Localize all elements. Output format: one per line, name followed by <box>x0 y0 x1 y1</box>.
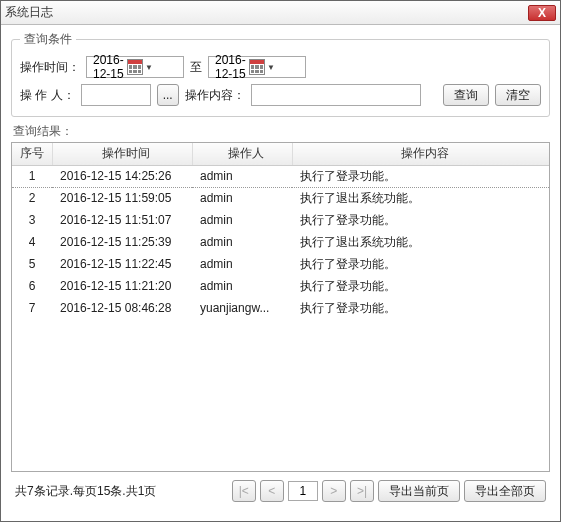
cell-seq: 7 <box>12 297 52 319</box>
cell-time: 2016-12-15 11:22:45 <box>52 253 192 275</box>
content-input[interactable] <box>251 84 421 106</box>
calendar-icon <box>127 59 143 75</box>
footer: 共7条记录.每页15条.共1页 |< < > >| 导出当前页 导出全部页 <box>11 472 550 506</box>
titlebar: 系统日志 X <box>1 1 560 25</box>
cell-oper: admin <box>192 275 292 297</box>
window-title: 系统日志 <box>5 4 528 21</box>
col-oper[interactable]: 操作人 <box>192 143 292 165</box>
col-time[interactable]: 操作时间 <box>52 143 192 165</box>
cell-oper: admin <box>192 165 292 187</box>
cell-cont: 执行了登录功能。 <box>292 165 549 187</box>
table-row[interactable]: 22016-12-15 11:59:05admin执行了退出系统功能。 <box>12 187 549 209</box>
col-cont[interactable]: 操作内容 <box>292 143 549 165</box>
close-icon: X <box>538 6 546 20</box>
last-page-button[interactable]: >| <box>350 480 374 502</box>
cell-time: 2016-12-15 11:21:20 <box>52 275 192 297</box>
cell-cont: 执行了登录功能。 <box>292 297 549 319</box>
cell-oper: admin <box>192 209 292 231</box>
date-from-value: 2016-12-15 <box>93 53 127 81</box>
cell-time: 2016-12-15 08:46:28 <box>52 297 192 319</box>
query-legend: 查询条件 <box>20 31 76 48</box>
content-label: 操作内容： <box>185 87 245 104</box>
result-table: 序号 操作时间 操作人 操作内容 12016-12-15 14:25:26adm… <box>11 142 550 472</box>
col-seq[interactable]: 序号 <box>12 143 52 165</box>
cell-seq: 3 <box>12 209 52 231</box>
to-label: 至 <box>190 59 202 76</box>
table-row[interactable]: 62016-12-15 11:21:20admin执行了登录功能。 <box>12 275 549 297</box>
table-row[interactable]: 32016-12-15 11:51:07admin执行了登录功能。 <box>12 209 549 231</box>
cell-cont: 执行了登录功能。 <box>292 253 549 275</box>
cell-cont: 执行了退出系统功能。 <box>292 231 549 253</box>
export-all-button[interactable]: 导出全部页 <box>464 480 546 502</box>
chevron-down-icon: ▼ <box>265 63 303 72</box>
table-row[interactable]: 42016-12-15 11:25:39admin执行了退出系统功能。 <box>12 231 549 253</box>
query-panel: 查询条件 操作时间： 2016-12-15 ▼ 至 2016-12-15 ▼ 操… <box>11 31 550 117</box>
export-page-button[interactable]: 导出当前页 <box>378 480 460 502</box>
date-to-value: 2016-12-15 <box>215 53 249 81</box>
chevron-down-icon: ▼ <box>143 63 181 72</box>
page-number-input[interactable] <box>288 481 318 501</box>
browse-operator-button[interactable]: ... <box>157 84 179 106</box>
cell-seq: 2 <box>12 187 52 209</box>
cell-oper: admin <box>192 187 292 209</box>
cell-cont: 执行了退出系统功能。 <box>292 187 549 209</box>
table-header-row: 序号 操作时间 操作人 操作内容 <box>12 143 549 165</box>
clear-button[interactable]: 清空 <box>495 84 541 106</box>
cell-seq: 1 <box>12 165 52 187</box>
date-from-input[interactable]: 2016-12-15 ▼ <box>86 56 184 78</box>
cell-oper: yuanjiangw... <box>192 297 292 319</box>
date-to-input[interactable]: 2016-12-15 ▼ <box>208 56 306 78</box>
cell-time: 2016-12-15 11:51:07 <box>52 209 192 231</box>
calendar-icon <box>249 59 265 75</box>
cell-time: 2016-12-15 11:59:05 <box>52 187 192 209</box>
table-row[interactable]: 12016-12-15 14:25:26admin执行了登录功能。 <box>12 165 549 187</box>
cell-seq: 6 <box>12 275 52 297</box>
cell-cont: 执行了登录功能。 <box>292 209 549 231</box>
close-button[interactable]: X <box>528 5 556 21</box>
operator-label: 操 作 人： <box>20 87 75 104</box>
cell-seq: 5 <box>12 253 52 275</box>
first-page-button[interactable]: |< <box>232 480 256 502</box>
next-page-button[interactable]: > <box>322 480 346 502</box>
cell-oper: admin <box>192 253 292 275</box>
table-row[interactable]: 72016-12-15 08:46:28yuanjiangw...执行了登录功能… <box>12 297 549 319</box>
cell-time: 2016-12-15 11:25:39 <box>52 231 192 253</box>
cell-time: 2016-12-15 14:25:26 <box>52 165 192 187</box>
cell-oper: admin <box>192 231 292 253</box>
result-label: 查询结果： <box>13 123 548 140</box>
table-row[interactable]: 52016-12-15 11:22:45admin执行了登录功能。 <box>12 253 549 275</box>
prev-page-button[interactable]: < <box>260 480 284 502</box>
search-button[interactable]: 查询 <box>443 84 489 106</box>
time-label: 操作时间： <box>20 59 80 76</box>
operator-input[interactable] <box>81 84 151 106</box>
cell-cont: 执行了登录功能。 <box>292 275 549 297</box>
page-status: 共7条记录.每页15条.共1页 <box>15 483 156 500</box>
cell-seq: 4 <box>12 231 52 253</box>
